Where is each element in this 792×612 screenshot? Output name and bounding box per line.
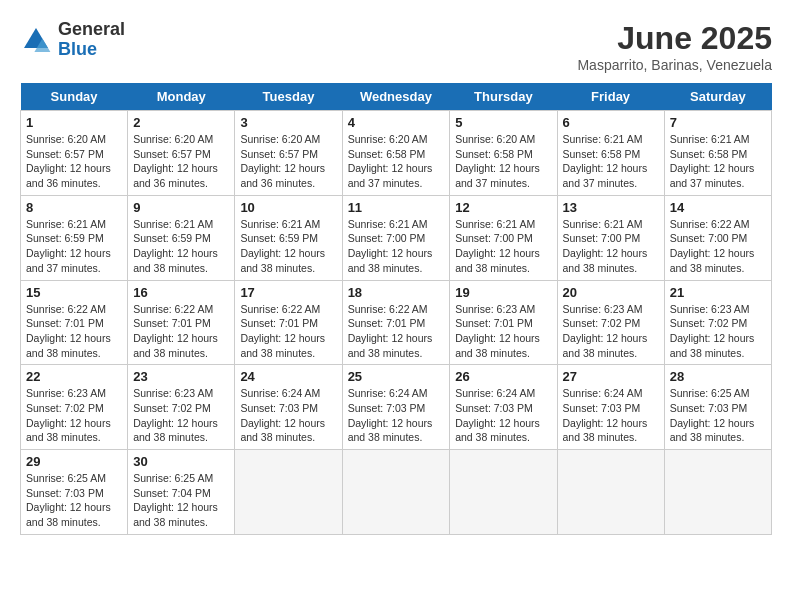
day-number-29: 29 bbox=[26, 454, 122, 469]
week-row-2: 8 Sunrise: 6:21 AM Sunset: 6:59 PM Dayli… bbox=[21, 195, 772, 280]
logo-general: General bbox=[58, 20, 125, 40]
day-number-10: 10 bbox=[240, 200, 336, 215]
day-number-26: 26 bbox=[455, 369, 551, 384]
header-friday: Friday bbox=[557, 83, 664, 111]
day-info-12: Sunrise: 6:21 AM Sunset: 7:00 PM Dayligh… bbox=[455, 217, 551, 276]
day-number-14: 14 bbox=[670, 200, 766, 215]
day-info-25: Sunrise: 6:24 AM Sunset: 7:03 PM Dayligh… bbox=[348, 386, 445, 445]
day-info-9: Sunrise: 6:21 AM Sunset: 6:59 PM Dayligh… bbox=[133, 217, 229, 276]
day-info-11: Sunrise: 6:21 AM Sunset: 7:00 PM Dayligh… bbox=[348, 217, 445, 276]
day-info-6: Sunrise: 6:21 AM Sunset: 6:58 PM Dayligh… bbox=[563, 132, 659, 191]
header-thursday: Thursday bbox=[450, 83, 557, 111]
day-cell-10: 10 Sunrise: 6:21 AM Sunset: 6:59 PM Dayl… bbox=[235, 195, 342, 280]
day-cell-8: 8 Sunrise: 6:21 AM Sunset: 6:59 PM Dayli… bbox=[21, 195, 128, 280]
day-number-1: 1 bbox=[26, 115, 122, 130]
day-info-27: Sunrise: 6:24 AM Sunset: 7:03 PM Dayligh… bbox=[563, 386, 659, 445]
day-number-18: 18 bbox=[348, 285, 445, 300]
day-info-2: Sunrise: 6:20 AM Sunset: 6:57 PM Dayligh… bbox=[133, 132, 229, 191]
day-info-21: Sunrise: 6:23 AM Sunset: 7:02 PM Dayligh… bbox=[670, 302, 766, 361]
day-cell-26: 26 Sunrise: 6:24 AM Sunset: 7:03 PM Dayl… bbox=[450, 365, 557, 450]
day-info-7: Sunrise: 6:21 AM Sunset: 6:58 PM Dayligh… bbox=[670, 132, 766, 191]
day-number-9: 9 bbox=[133, 200, 229, 215]
empty-cell bbox=[557, 450, 664, 535]
day-info-16: Sunrise: 6:22 AM Sunset: 7:01 PM Dayligh… bbox=[133, 302, 229, 361]
day-cell-23: 23 Sunrise: 6:23 AM Sunset: 7:02 PM Dayl… bbox=[128, 365, 235, 450]
day-info-22: Sunrise: 6:23 AM Sunset: 7:02 PM Dayligh… bbox=[26, 386, 122, 445]
day-number-15: 15 bbox=[26, 285, 122, 300]
day-number-28: 28 bbox=[670, 369, 766, 384]
empty-cell bbox=[664, 450, 771, 535]
header-tuesday: Tuesday bbox=[235, 83, 342, 111]
day-info-8: Sunrise: 6:21 AM Sunset: 6:59 PM Dayligh… bbox=[26, 217, 122, 276]
week-row-5: 29 Sunrise: 6:25 AM Sunset: 7:03 PM Dayl… bbox=[21, 450, 772, 535]
day-cell-21: 21 Sunrise: 6:23 AM Sunset: 7:02 PM Dayl… bbox=[664, 280, 771, 365]
day-info-18: Sunrise: 6:22 AM Sunset: 7:01 PM Dayligh… bbox=[348, 302, 445, 361]
logo-blue: Blue bbox=[58, 40, 125, 60]
day-info-29: Sunrise: 6:25 AM Sunset: 7:03 PM Dayligh… bbox=[26, 471, 122, 530]
day-cell-4: 4 Sunrise: 6:20 AM Sunset: 6:58 PM Dayli… bbox=[342, 111, 450, 196]
day-cell-19: 19 Sunrise: 6:23 AM Sunset: 7:01 PM Dayl… bbox=[450, 280, 557, 365]
day-info-17: Sunrise: 6:22 AM Sunset: 7:01 PM Dayligh… bbox=[240, 302, 336, 361]
header-saturday: Saturday bbox=[664, 83, 771, 111]
day-info-1: Sunrise: 6:20 AM Sunset: 6:57 PM Dayligh… bbox=[26, 132, 122, 191]
day-cell-5: 5 Sunrise: 6:20 AM Sunset: 6:58 PM Dayli… bbox=[450, 111, 557, 196]
calendar-subtitle: Masparrito, Barinas, Venezuela bbox=[577, 57, 772, 73]
day-cell-18: 18 Sunrise: 6:22 AM Sunset: 7:01 PM Dayl… bbox=[342, 280, 450, 365]
empty-cell bbox=[235, 450, 342, 535]
day-cell-9: 9 Sunrise: 6:21 AM Sunset: 6:59 PM Dayli… bbox=[128, 195, 235, 280]
header-monday: Monday bbox=[128, 83, 235, 111]
day-number-17: 17 bbox=[240, 285, 336, 300]
page-header: General Blue June 2025 Masparrito, Barin… bbox=[20, 20, 772, 73]
day-cell-22: 22 Sunrise: 6:23 AM Sunset: 7:02 PM Dayl… bbox=[21, 365, 128, 450]
calendar-title: June 2025 bbox=[577, 20, 772, 57]
day-info-5: Sunrise: 6:20 AM Sunset: 6:58 PM Dayligh… bbox=[455, 132, 551, 191]
day-info-30: Sunrise: 6:25 AM Sunset: 7:04 PM Dayligh… bbox=[133, 471, 229, 530]
day-number-4: 4 bbox=[348, 115, 445, 130]
logo: General Blue bbox=[20, 20, 125, 60]
day-number-6: 6 bbox=[563, 115, 659, 130]
day-info-3: Sunrise: 6:20 AM Sunset: 6:57 PM Dayligh… bbox=[240, 132, 336, 191]
day-number-12: 12 bbox=[455, 200, 551, 215]
logo-icon bbox=[20, 24, 52, 56]
day-cell-15: 15 Sunrise: 6:22 AM Sunset: 7:01 PM Dayl… bbox=[21, 280, 128, 365]
day-cell-30: 30 Sunrise: 6:25 AM Sunset: 7:04 PM Dayl… bbox=[128, 450, 235, 535]
day-number-20: 20 bbox=[563, 285, 659, 300]
day-number-19: 19 bbox=[455, 285, 551, 300]
day-cell-12: 12 Sunrise: 6:21 AM Sunset: 7:00 PM Dayl… bbox=[450, 195, 557, 280]
day-number-30: 30 bbox=[133, 454, 229, 469]
day-number-2: 2 bbox=[133, 115, 229, 130]
week-row-3: 15 Sunrise: 6:22 AM Sunset: 7:01 PM Dayl… bbox=[21, 280, 772, 365]
day-number-5: 5 bbox=[455, 115, 551, 130]
day-number-25: 25 bbox=[348, 369, 445, 384]
day-info-26: Sunrise: 6:24 AM Sunset: 7:03 PM Dayligh… bbox=[455, 386, 551, 445]
week-row-1: 1 Sunrise: 6:20 AM Sunset: 6:57 PM Dayli… bbox=[21, 111, 772, 196]
day-info-10: Sunrise: 6:21 AM Sunset: 6:59 PM Dayligh… bbox=[240, 217, 336, 276]
day-cell-11: 11 Sunrise: 6:21 AM Sunset: 7:00 PM Dayl… bbox=[342, 195, 450, 280]
day-number-8: 8 bbox=[26, 200, 122, 215]
day-cell-1: 1 Sunrise: 6:20 AM Sunset: 6:57 PM Dayli… bbox=[21, 111, 128, 196]
empty-cell bbox=[342, 450, 450, 535]
day-info-19: Sunrise: 6:23 AM Sunset: 7:01 PM Dayligh… bbox=[455, 302, 551, 361]
header-wednesday: Wednesday bbox=[342, 83, 450, 111]
day-cell-16: 16 Sunrise: 6:22 AM Sunset: 7:01 PM Dayl… bbox=[128, 280, 235, 365]
day-number-7: 7 bbox=[670, 115, 766, 130]
day-cell-14: 14 Sunrise: 6:22 AM Sunset: 7:00 PM Dayl… bbox=[664, 195, 771, 280]
day-info-4: Sunrise: 6:20 AM Sunset: 6:58 PM Dayligh… bbox=[348, 132, 445, 191]
day-number-3: 3 bbox=[240, 115, 336, 130]
day-info-13: Sunrise: 6:21 AM Sunset: 7:00 PM Dayligh… bbox=[563, 217, 659, 276]
calendar-body: 1 Sunrise: 6:20 AM Sunset: 6:57 PM Dayli… bbox=[21, 111, 772, 535]
day-cell-28: 28 Sunrise: 6:25 AM Sunset: 7:03 PM Dayl… bbox=[664, 365, 771, 450]
day-number-21: 21 bbox=[670, 285, 766, 300]
day-number-22: 22 bbox=[26, 369, 122, 384]
day-cell-24: 24 Sunrise: 6:24 AM Sunset: 7:03 PM Dayl… bbox=[235, 365, 342, 450]
day-cell-25: 25 Sunrise: 6:24 AM Sunset: 7:03 PM Dayl… bbox=[342, 365, 450, 450]
day-info-15: Sunrise: 6:22 AM Sunset: 7:01 PM Dayligh… bbox=[26, 302, 122, 361]
day-info-20: Sunrise: 6:23 AM Sunset: 7:02 PM Dayligh… bbox=[563, 302, 659, 361]
logo-text: General Blue bbox=[58, 20, 125, 60]
day-number-11: 11 bbox=[348, 200, 445, 215]
day-number-13: 13 bbox=[563, 200, 659, 215]
title-area: June 2025 Masparrito, Barinas, Venezuela bbox=[577, 20, 772, 73]
day-cell-2: 2 Sunrise: 6:20 AM Sunset: 6:57 PM Dayli… bbox=[128, 111, 235, 196]
day-number-27: 27 bbox=[563, 369, 659, 384]
empty-cell bbox=[450, 450, 557, 535]
